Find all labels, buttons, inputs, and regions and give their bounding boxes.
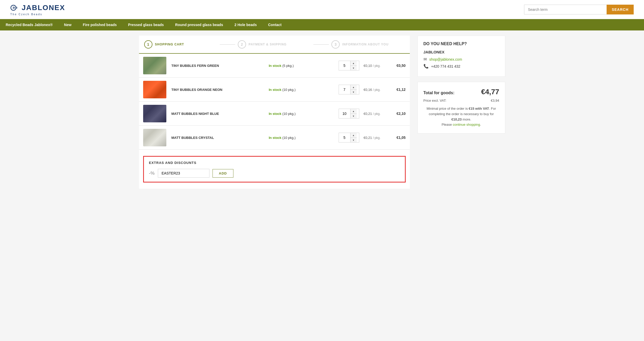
qty-arrows-2: ▲ ▼ xyxy=(350,85,357,94)
product-name-3: MATT BUBBLES NIGHT BLUE xyxy=(166,112,266,116)
product-image-4 xyxy=(143,129,166,146)
logo-subtitle: The Czech Beads xyxy=(10,13,43,16)
cart-total-1: €0,50 xyxy=(385,64,406,68)
nav-item-2hole[interactable]: 2 Hole beads xyxy=(229,19,262,30)
excl-vat-line: Price excl. VAT: €3,94 xyxy=(423,99,499,102)
total-line: Total for goods: €4,77 xyxy=(423,88,499,96)
qty-arrows-1: ▲ ▼ xyxy=(350,61,357,70)
step-1-label: SHOPPING CART xyxy=(155,43,184,46)
min-order-more: €10,23 xyxy=(451,117,462,121)
coupon-input[interactable] xyxy=(158,169,209,178)
qty-input-3[interactable] xyxy=(339,110,350,117)
qty-up-2[interactable]: ▲ xyxy=(350,85,357,90)
qty-down-1[interactable]: ▼ xyxy=(350,66,357,70)
total-label: Total for goods: xyxy=(423,91,455,95)
phone-icon: 📞 xyxy=(423,64,429,69)
step-2-label: PAYMENT & SHIPPING xyxy=(249,43,287,46)
per-pkg-4: / pkg. xyxy=(373,136,380,140)
qty-up-1[interactable]: ▲ xyxy=(350,61,357,66)
per-pkg-2: / pkg. xyxy=(373,88,380,92)
cart-qty-4: ▲ ▼ xyxy=(339,133,359,142)
step-2-circle: 2 xyxy=(238,40,246,49)
header: ® JABLONEX The Czech Beads SEARCH xyxy=(0,0,644,19)
cart-total-3: €2,10 xyxy=(385,112,406,116)
cart-row-1: TINY BUBBLES FERN GREEN In stock (5 pkg.… xyxy=(139,54,410,78)
cart-items: TINY BUBBLES FERN GREEN In stock (5 pkg.… xyxy=(139,54,410,150)
step-1-circle: 1 xyxy=(144,40,152,49)
email-icon: ✉ xyxy=(423,57,427,62)
discount-percent-icon: -% xyxy=(149,171,155,176)
step-2: 2 PAYMENT & SHIPPING xyxy=(238,40,311,49)
excl-vat-label: Price excl. VAT: xyxy=(423,99,446,102)
qty-input-1[interactable] xyxy=(339,62,350,69)
cart-row-2: TINY BUBBLES ORANGE NEON In stock (10 pk… xyxy=(139,78,410,102)
help-phone-row: 📞 +420 774 431 432 xyxy=(423,64,499,69)
nav-item-round-pressed[interactable]: Round pressed glass beads xyxy=(169,19,229,30)
nav-bar: Recycled Beads Jablonex® New Fire polish… xyxy=(0,19,644,30)
cart-total-2: €1,12 xyxy=(385,88,406,92)
extras-row: -% ADD xyxy=(149,169,400,178)
in-stock-label-3: In stock xyxy=(269,112,281,116)
checkout-steps: 1 SHOPPING CART 2 PAYMENT & SHIPPING 3 I… xyxy=(139,36,410,54)
search-area: SEARCH xyxy=(524,5,634,14)
step-3-label: INFORMATION ABOUT YOU xyxy=(342,43,388,46)
step-divider-1 xyxy=(220,44,235,45)
price-value-4: €0,21 xyxy=(364,136,372,140)
help-title: DO YOU NEED HELP? xyxy=(423,42,499,46)
svg-text:®: ® xyxy=(15,6,18,9)
qty-input-2[interactable] xyxy=(339,86,350,93)
min-order-amount: €15 with VAT xyxy=(469,107,489,110)
cart-qty-1: ▲ ▼ xyxy=(339,61,359,70)
in-stock-label-1: In stock xyxy=(269,64,281,68)
cart-total-4: €1,05 xyxy=(385,136,406,140)
step-3: 3 INFORMATION ABOUT YOU xyxy=(331,40,404,49)
price-value-2: €0,16 xyxy=(364,88,372,92)
nav-item-recycled[interactable]: Recycled Beads Jablonex® xyxy=(0,19,58,30)
total-box: Total for goods: €4,77 Price excl. VAT: … xyxy=(418,82,505,133)
qty-down-3[interactable]: ▼ xyxy=(350,114,357,118)
qty-up-4[interactable]: ▲ xyxy=(350,133,357,138)
product-stock-1: In stock (5 pkg.) xyxy=(266,64,339,68)
product-image-2 xyxy=(143,81,166,98)
stock-qty-3: (10 pkg.) xyxy=(282,112,296,116)
cart-price-2: €0,16 / pkg. xyxy=(359,88,385,92)
help-email-row: ✉ shop@jablonex.com xyxy=(423,57,499,62)
nav-item-pressed-glass[interactable]: Pressed glass beads xyxy=(123,19,170,30)
add-coupon-button[interactable]: ADD xyxy=(213,169,233,178)
qty-up-3[interactable]: ▲ xyxy=(350,109,357,114)
nav-item-fire-polished[interactable]: Fire polished beads xyxy=(77,19,122,30)
in-stock-label-2: In stock xyxy=(269,88,281,92)
nav-item-contact[interactable]: Contact xyxy=(262,19,287,30)
total-value: €4,77 xyxy=(481,88,499,96)
stock-qty-1: (5 pkg.) xyxy=(282,64,294,68)
main-content: 1 SHOPPING CART 2 PAYMENT & SHIPPING 3 I… xyxy=(129,30,516,194)
product-image-3 xyxy=(143,105,166,122)
qty-input-4[interactable] xyxy=(339,134,350,141)
continue-shopping-link[interactable]: continue shopping xyxy=(453,123,480,126)
price-value-1: €0,10 xyxy=(364,64,372,68)
cart-price-4: €0,21 / pkg. xyxy=(359,136,385,140)
step-3-circle: 3 xyxy=(331,40,340,49)
in-stock-label-4: In stock xyxy=(269,136,281,140)
extras-title: EXTRAS AND DISCOUNTS xyxy=(149,161,400,165)
product-name-4: MATT BUBBLES CRYSTAL xyxy=(166,136,266,140)
per-pkg-1: / pkg. xyxy=(373,64,380,68)
help-phone-number: +420 774 431 432 xyxy=(431,64,460,68)
qty-arrows-4: ▲ ▼ xyxy=(350,133,357,142)
cart-qty-3: ▲ ▼ xyxy=(339,109,359,118)
qty-down-4[interactable]: ▼ xyxy=(350,138,357,142)
search-button[interactable]: SEARCH xyxy=(607,5,634,14)
stock-qty-2: (10 pkg.) xyxy=(282,88,296,92)
search-input[interactable] xyxy=(524,5,607,14)
help-box: DO YOU NEED HELP? JABLONEX ✉ shop@jablon… xyxy=(418,36,505,77)
price-value-3: €0,21 xyxy=(364,112,372,116)
product-name-2: TINY BUBBLES ORANGE NEON xyxy=(166,88,266,92)
help-email-link[interactable]: shop@jablonex.com xyxy=(429,57,462,61)
right-section: DO YOU NEED HELP? JABLONEX ✉ shop@jablon… xyxy=(418,36,505,189)
product-name-1: TINY BUBBLES FERN GREEN xyxy=(166,64,266,68)
nav-item-new[interactable]: New xyxy=(58,19,77,30)
product-stock-2: In stock (10 pkg.) xyxy=(266,88,339,92)
left-section: 1 SHOPPING CART 2 PAYMENT & SHIPPING 3 I… xyxy=(139,36,410,189)
extras-section: EXTRAS AND DISCOUNTS -% ADD xyxy=(143,156,406,183)
qty-down-2[interactable]: ▼ xyxy=(350,90,357,94)
